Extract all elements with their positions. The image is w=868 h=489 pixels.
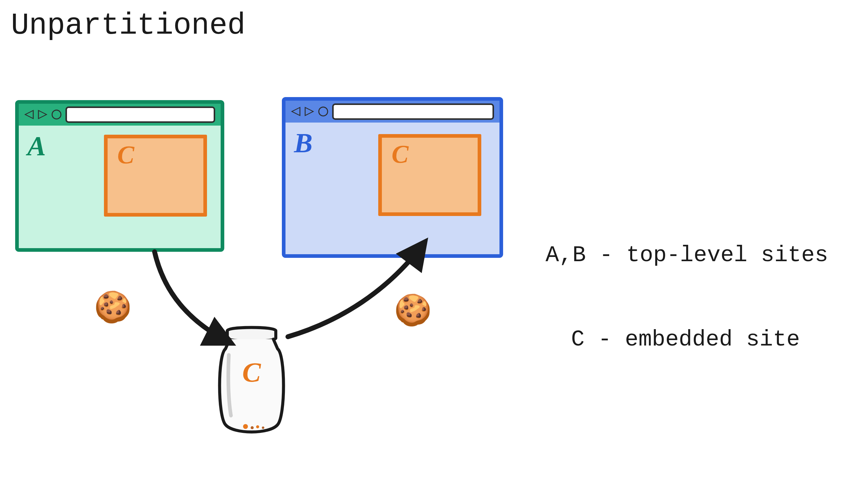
cookie-jar-label: C [242,356,261,388]
legend-line-top-level: A,B - top-level sites [546,241,828,269]
site-a-label: A [27,130,46,162]
browser-b-toolbar: ◁ ▷ ◯ [285,101,499,122]
back-icon: ◁ [24,107,34,122]
site-b-label: B [294,127,312,159]
cookie-icon: 🍪 [94,294,132,324]
url-bar [65,107,215,123]
browser-window-b: ◁ ▷ ◯ B C [282,97,503,258]
legend-line-embedded: C - embedded site [546,325,828,354]
reload-icon: ◯ [52,107,61,122]
embedded-c-label: C [392,140,408,169]
cookie-icon: 🍪 [394,297,432,327]
embedded-frame-c-in-a: C [104,135,207,217]
embedded-c-label: C [117,140,134,170]
url-bar [332,104,494,120]
svg-point-3 [262,427,264,429]
svg-point-1 [251,426,254,429]
embedded-frame-c-in-b: C [378,134,481,216]
browser-a-viewport: A C [19,125,221,248]
browser-window-a: ◁ ▷ ◯ A C [15,100,224,252]
reload-icon: ◯ [318,104,328,119]
svg-point-0 [243,424,248,429]
browser-b-viewport: B C [285,122,499,254]
browser-a-toolbar: ◁ ▷ ◯ [19,104,221,125]
legend: A,B - top-level sites C - embedded site [546,185,828,409]
svg-point-2 [256,425,259,428]
diagram-title: Unpartitioned [11,8,246,43]
forward-icon: ▷ [38,107,47,122]
cookie-jar: C [212,321,291,437]
forward-icon: ▷ [305,104,314,119]
back-icon: ◁ [291,104,300,119]
